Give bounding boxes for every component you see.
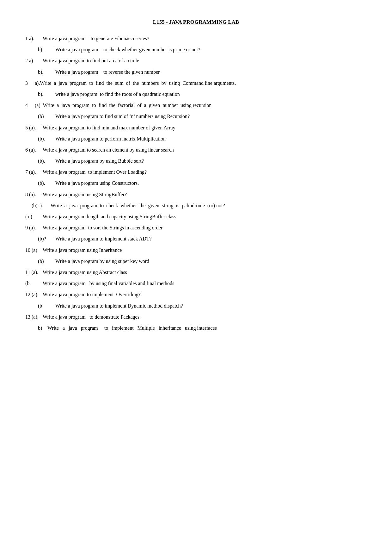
question-item-12b: (b Write a java program to implement Dyn…: [38, 302, 367, 310]
question-item-7a: 7 (a). Write a java program to implement…: [25, 168, 367, 176]
q12b-label: (b: [38, 302, 55, 310]
q10b-text: Write a java program by using super key …: [55, 257, 367, 265]
question-item-2b: b). Write a java program to reverse the …: [38, 68, 367, 76]
q2a-text: Write a java program to find out area of…: [43, 56, 367, 65]
question-item-11b: (b. Write a java program by using final …: [25, 279, 367, 288]
question-item-1b: b). Write a java program to check whethe…: [38, 45, 367, 54]
q1b-label: b).: [38, 45, 55, 54]
q2a-label: 2 a).: [25, 56, 43, 65]
question-item-8a: 8 (a). Write a java program using String…: [25, 190, 367, 199]
q13a-text: Write a java program to demonstrate Pack…: [43, 313, 367, 321]
q6b-label: (b).: [38, 157, 55, 165]
question-item-3a: 3 a).Write a java program to find the su…: [25, 79, 367, 87]
q8a-text: Write a java program using StringBuffer?: [43, 190, 367, 199]
question-item-12a: 12 (a). Write a java program to implemen…: [25, 290, 367, 299]
page-title: L155 - JAVA PROGRAMMING LAB: [25, 19, 367, 25]
q9b-text: Write a java program to implement stack …: [55, 234, 367, 243]
q9b-label: (b)?: [38, 234, 55, 243]
q7b-label: (b).: [38, 179, 55, 187]
q10a-label: 10 (a): [25, 246, 43, 254]
q7a-label: 7 (a).: [25, 168, 43, 176]
q8c-text: Write a java program length and capacity…: [43, 212, 367, 221]
q6a-label: 6 (a).: [25, 146, 43, 154]
q11a-label: 11 (a).: [25, 268, 43, 277]
q1a-label: 1 a).: [25, 34, 43, 43]
q9a-text: Write a java program to sort the Strings…: [43, 223, 367, 232]
q11b-text: Write a java program by using final vari…: [43, 279, 367, 288]
question-item-13a: 13 (a). Write a java program to demonstr…: [25, 313, 367, 321]
q6b-text: Write a java program by using Bubble sor…: [55, 157, 367, 165]
q10b-label: (b): [38, 257, 55, 265]
question-item-8b: (b). ). Write a java program to check wh…: [25, 201, 367, 210]
question-item-10a: 10 (a) Write a java program using Inheri…: [25, 246, 367, 254]
q1a-text: Write a java program to generate Fibonac…: [43, 34, 367, 43]
q11b-label: (b.: [25, 279, 43, 288]
q12a-label: 12 (a).: [25, 290, 43, 299]
q5a-text: Write a java program to find min and max…: [43, 123, 367, 132]
q8a-label: 8 (a).: [25, 190, 43, 199]
question-item-9a: 9 (a). Write a java program to sort the …: [25, 223, 367, 232]
question-item-4b: (b) Write a java program to find sum of …: [38, 112, 367, 121]
q4b-label: (b): [38, 112, 55, 121]
question-list: 1 a). Write a java program to generate F…: [25, 34, 367, 332]
q1b-text: Write a java program to check whether gi…: [55, 45, 367, 54]
q13a-label: 13 (a).: [25, 313, 43, 321]
q11a-text: Write a java program using Abstract clas…: [43, 268, 367, 277]
q2b-label: b).: [38, 68, 55, 76]
question-item-1a: 1 a). Write a java program to generate F…: [25, 34, 367, 43]
q7b-text: Write a java program using Constructors.: [55, 179, 367, 187]
q13b-label: b): [38, 324, 47, 332]
q3b-label: b).: [38, 90, 55, 98]
q3a-label: 3: [25, 79, 35, 87]
q5b-label: (b).: [38, 134, 55, 143]
question-item-11a: 11 (a). Write a java program using Abstr…: [25, 268, 367, 277]
q8b-label: (b). ).: [32, 201, 51, 210]
question-item-5a: 5 (a). Write a java program to find min …: [25, 123, 367, 132]
question-item-10b: (b) Write a java program by using super …: [38, 257, 367, 265]
q12b-text: Write a java program to implement Dynami…: [55, 302, 367, 310]
q3a-text: a).Write a java program to find the sum …: [35, 79, 236, 87]
question-item-9b: (b)? Write a java program to implement s…: [38, 234, 367, 243]
q13b-text: Write a java program to implement Multip…: [47, 324, 217, 332]
q2b-text: Write a java program to reverse the give…: [55, 68, 367, 76]
q6a-text: Write a java program to search an elemen…: [43, 146, 367, 154]
q9a-label: 9 (a).: [25, 223, 43, 232]
q3b-text: write a java program to find the roots o…: [55, 90, 367, 98]
q10a-text: Write a java program using Inheritance: [43, 246, 367, 254]
question-item-13b: b) Write a java program to implement Mul…: [38, 324, 367, 332]
question-item-4a: 4 (a) Write a java program to find the f…: [25, 101, 367, 109]
q5a-label: 5 (a).: [25, 123, 43, 132]
q12a-text: Write a java program to implement Overri…: [43, 290, 367, 299]
question-item-3b: b). write a java program to find the roo…: [38, 90, 367, 98]
q7a-text: Write a java program to implement Over L…: [43, 168, 367, 176]
q4b-text: Write a java program to find sum of ‘n’ …: [55, 112, 367, 121]
page-container: L155 - JAVA PROGRAMMING LAB 1 a). Write …: [25, 19, 367, 332]
question-item-8c: ( c). Write a java program length and ca…: [25, 212, 367, 221]
question-item-5b: (b). Write a java program to perform mat…: [38, 134, 367, 143]
question-item-7b: (b). Write a java program using Construc…: [38, 179, 367, 187]
question-item-2a: 2 a). Write a java program to find out a…: [25, 56, 367, 65]
question-item-6a: 6 (a). Write a java program to search an…: [25, 146, 367, 154]
question-item-6b: (b). Write a java program by using Bubbl…: [38, 157, 367, 165]
q4a-text: (a) Write a java program to find the fac…: [35, 101, 211, 109]
q5b-text: Write a java program to perform matrix M…: [55, 134, 367, 143]
q4a-label: 4: [25, 101, 35, 109]
q8c-label: ( c).: [25, 212, 43, 221]
q8b-text: Write a java program to check whether th…: [51, 201, 225, 210]
